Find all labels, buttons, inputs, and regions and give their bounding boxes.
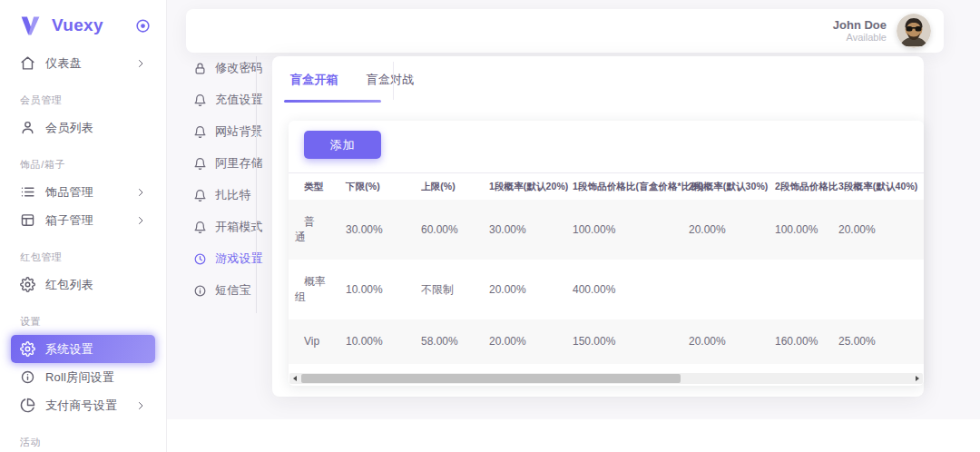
tab-blindbox-open[interactable]: 盲盒开箱 <box>289 72 340 88</box>
lock-icon <box>193 62 207 75</box>
gear-icon <box>20 277 35 292</box>
user-menu[interactable]: John Doe Available <box>833 14 931 48</box>
scrollbar-thumb[interactable] <box>301 374 681 383</box>
table-cell: 10.00% <box>333 319 408 364</box>
settings-submenu: 修改密码充值设置网站背景阿里存储扎比特开箱模式游戏设置短信宝 <box>181 53 256 307</box>
table-cell: 60.00% <box>408 200 476 260</box>
chevron-right-icon <box>135 187 146 198</box>
sidebar-item-label: 系统设置 <box>45 341 93 358</box>
submenu-item[interactable]: 短信宝 <box>181 275 256 306</box>
nav-section-label: 会员管理 <box>20 94 166 106</box>
header-card: John Doe Available <box>186 9 944 53</box>
submenu-divider <box>256 56 257 313</box>
submenu-item[interactable]: 扎比特 <box>181 180 256 211</box>
nav-section-label: 设置 <box>20 316 166 328</box>
user-info: John Doe Available <box>833 18 887 44</box>
left-sidebar: Vuexy 仪表盘会员管理会员列表饰品/箱子饰品管理箱子管理红包管理红包列表设置… <box>0 0 167 452</box>
sidebar-nav: 仪表盘会员管理会员列表饰品/箱子饰品管理箱子管理红包管理红包列表设置系统设置Ro… <box>0 47 166 448</box>
scroll-right-arrow-icon[interactable] <box>912 373 923 384</box>
sidebar-pin-toggle-icon[interactable] <box>134 17 152 34</box>
sidebar-item[interactable]: 系统设置 <box>11 335 155 363</box>
table-row: 概率 组10.00%不限制20.00%400.00% <box>289 260 924 319</box>
sidebar-item[interactable]: 支付商号设置 <box>11 391 155 419</box>
table-row: 普 通30.00%60.00%30.00%100.00%20.00%100.00… <box>289 200 924 260</box>
column-header: 1段饰品价格比(盲盒价格*比例) <box>560 173 676 201</box>
table-cell: 10.00% <box>333 260 408 319</box>
rates-table: 类型下限(%)上限(%)1段概率(默认20%)1段饰品价格比(盲盒价格*比例)2… <box>289 172 924 364</box>
clock-icon <box>193 252 207 266</box>
sidebar-item-label: 箱子管理 <box>45 212 93 229</box>
user-status: Available <box>833 32 887 44</box>
column-header: 1段概率(默认20%) <box>476 173 560 201</box>
horizontal-scrollbar[interactable] <box>289 373 923 384</box>
brand-logo-icon <box>18 14 43 38</box>
column-header: 类型 <box>289 173 333 201</box>
info-icon <box>20 369 35 385</box>
add-button[interactable]: 添加 <box>304 131 381 159</box>
tab-blindbox-battle[interactable]: 盲盒对战 <box>365 72 416 88</box>
table-cell: 30.00% <box>476 200 560 260</box>
sidebar-item-label: 仪表盘 <box>45 55 82 72</box>
table-cell: 20.00% <box>676 200 762 260</box>
column-header: 2段饰品价格比 <box>762 173 826 201</box>
bell-icon <box>193 157 207 171</box>
list-icon <box>20 184 35 200</box>
table-cell: 20.00% <box>476 319 560 364</box>
nav-section-label: 饰品/箱子 <box>20 159 166 171</box>
bell-icon <box>193 189 207 202</box>
submenu-item-label: 扎比特 <box>215 187 251 203</box>
sidebar-item[interactable]: 红包列表 <box>11 270 155 299</box>
table-cell: 100.00% <box>762 200 826 260</box>
layout-icon <box>20 212 35 228</box>
sidebar-item-label: 支付商号设置 <box>45 398 117 414</box>
submenu-item[interactable]: 充值设置 <box>181 84 256 115</box>
bell-icon <box>193 93 207 107</box>
column-header: 2段概率(默认30%) <box>676 173 762 201</box>
table-cell <box>676 260 762 319</box>
bell-icon <box>193 221 207 234</box>
table-cell: 概率 组 <box>289 260 333 319</box>
submenu-item[interactable]: 网站背景 <box>181 116 256 147</box>
table-cell: 20.00% <box>676 319 762 364</box>
sidebar-item[interactable]: 饰品管理 <box>11 178 155 206</box>
table-cell: 58.00% <box>408 319 476 364</box>
brand-row: Vuexy <box>0 0 166 47</box>
submenu-item[interactable]: 修改密码 <box>181 53 256 84</box>
tab-bar-divider <box>393 62 394 100</box>
table-cell <box>826 260 924 319</box>
submenu-item[interactable]: 游戏设置 <box>181 243 256 274</box>
brand-name: Vuexy <box>52 15 103 35</box>
bell-icon <box>193 125 207 139</box>
nav-section-label: 活动 <box>20 437 166 448</box>
table-row: Vip10.00%58.00%20.00%150.00%20.00%160.00… <box>289 319 924 364</box>
column-header: 上限(%) <box>408 173 476 201</box>
submenu-item[interactable]: 阿里存储 <box>181 148 256 179</box>
sidebar-item-label: 饰品管理 <box>45 184 93 201</box>
sidebar-item[interactable]: 会员列表 <box>11 113 155 142</box>
app-window: Vuexy 仪表盘会员管理会员列表饰品/箱子饰品管理箱子管理红包管理红包列表设置… <box>0 0 980 452</box>
table-header-row: 类型下限(%)上限(%)1段概率(默认20%)1段饰品价格比(盲盒价格*比例)2… <box>289 173 924 201</box>
game-settings-panel: 添加 类型下限(%)上限(%)1段概率(默认20%)1段饰品价格比(盲盒价格*比… <box>289 121 924 386</box>
table-cell: 150.00% <box>560 319 676 364</box>
scroll-left-arrow-icon[interactable] <box>289 373 300 384</box>
pie-icon <box>20 398 35 413</box>
sidebar-item[interactable]: 箱子管理 <box>11 206 155 234</box>
sidebar-item-label: Roll房间设置 <box>45 369 114 386</box>
sidebar-item[interactable]: 仪表盘 <box>11 49 155 77</box>
table-cell: Vip <box>289 319 333 364</box>
tab-bar: 盲盒开箱 盲盒对战 <box>272 56 924 103</box>
table-cell <box>762 260 826 319</box>
table-cell: 普 通 <box>289 200 333 260</box>
sidebar-item-label: 会员列表 <box>45 120 93 136</box>
table-cell: 25.00% <box>826 319 924 364</box>
user-name: John Doe <box>833 18 887 32</box>
table-cell: 100.00% <box>560 200 676 260</box>
nav-section-label: 红包管理 <box>20 251 166 263</box>
sidebar-item[interactable]: Roll房间设置 <box>11 363 155 391</box>
chevron-right-icon <box>135 58 146 69</box>
user-avatar[interactable] <box>897 14 931 48</box>
sidebar-item-label: 红包列表 <box>45 277 93 293</box>
submenu-item[interactable]: 开箱模式 <box>181 211 256 242</box>
active-tab-indicator <box>284 100 381 103</box>
info-icon <box>193 284 207 298</box>
